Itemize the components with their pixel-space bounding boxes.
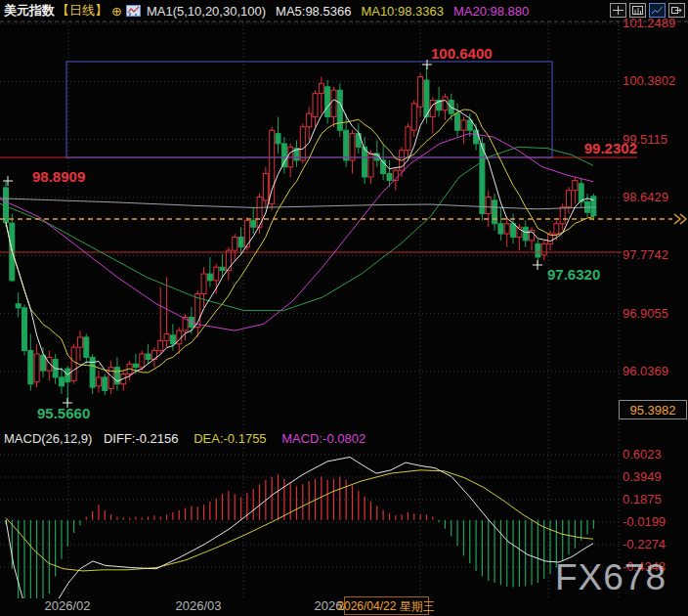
- candle-body: [498, 224, 503, 234]
- candle-body: [325, 87, 330, 117]
- macd-diff-value: DIFF:-0.2156: [104, 431, 179, 446]
- candle-body: [226, 250, 231, 270]
- candle-body: [158, 340, 163, 350]
- candle-body: [133, 364, 138, 367]
- trading-chart-window: 98.8909100.640099.230297.632095.5660101.…: [0, 0, 688, 616]
- candle-body: [337, 90, 342, 130]
- candle-body: [504, 224, 509, 234]
- candle-body: [313, 94, 318, 117]
- candle-body: [523, 227, 528, 241]
- candle-body: [480, 144, 485, 214]
- candle-body: [461, 120, 466, 130]
- period-label[interactable]: 【日线】: [57, 2, 108, 20]
- candle-body: [356, 134, 361, 148]
- candle-body: [47, 357, 52, 371]
- candle-body: [554, 224, 559, 234]
- ma20-value: MA20:98.880: [453, 4, 529, 19]
- candle-body: [443, 97, 448, 110]
- candle-body: [96, 377, 101, 386]
- candle-body: [276, 134, 280, 144]
- candle-body: [201, 274, 206, 293]
- candle-body: [541, 243, 546, 255]
- pan-move-icon[interactable]: [610, 3, 626, 18]
- macd-macd-value: MACD:-0.0802: [281, 431, 366, 446]
- candle-body: [350, 134, 355, 160]
- diff-line: [6, 457, 593, 616]
- candle-body: [214, 267, 219, 281]
- candle-body: [251, 220, 256, 227]
- candle-body: [344, 130, 349, 160]
- date-axis: 2026/022026/032026/042026/04/22 星期三: [45, 597, 435, 615]
- candle-body: [207, 274, 212, 281]
- price-arrow-icon: [674, 214, 686, 224]
- ma-config-label: MA1(5,10,20,30,100): [147, 4, 266, 19]
- macd-config-label: MACD(26,12,9): [4, 431, 92, 446]
- candle-body: [263, 174, 268, 200]
- candle-body: [467, 120, 472, 130]
- candle-body: [387, 174, 392, 181]
- ma5-value: MA5:98.5366: [276, 4, 351, 19]
- axis-tick-label: 101.2489: [623, 16, 675, 30]
- candle-body: [486, 198, 491, 214]
- candle-body: [270, 130, 275, 203]
- axis-tick-label: -0.4348: [623, 559, 666, 574]
- candle-body: [34, 354, 39, 382]
- macd-header: MACD(26,12,9) DIFF:-0.2156 DEA:-0.1755 M…: [4, 431, 366, 446]
- candle-body: [573, 180, 578, 190]
- candle-body: [164, 334, 169, 341]
- grid-lines: [0, 22, 688, 597]
- axis-tick-label: -0.2274: [623, 537, 666, 551]
- candle-body: [307, 113, 312, 127]
- ma10-value: MA10:98.3363: [361, 4, 444, 19]
- axis-tick-label: 0.6023: [623, 447, 662, 462]
- axis-tick-label: 96.9055: [623, 306, 668, 321]
- axis-tick-label: 0.1875: [623, 492, 662, 506]
- candle-body: [71, 347, 76, 380]
- ma5-line: [6, 100, 593, 381]
- dea-line: [6, 470, 593, 571]
- candle-body: [59, 377, 64, 386]
- candle-body: [567, 191, 572, 207]
- cursor-date-label: 2026/04/22 星期三: [337, 599, 434, 613]
- candle-body: [77, 337, 82, 347]
- candle-body: [455, 113, 460, 130]
- axis-tick-label: 0.3949: [623, 469, 662, 484]
- mini-chart-icon: [126, 5, 141, 17]
- candle-body: [140, 354, 145, 368]
- instrument-title: 美元指数: [4, 2, 55, 20]
- candle-body: [411, 104, 416, 130]
- min-price-label: 95.3982: [630, 403, 676, 418]
- candle-body: [233, 237, 237, 250]
- trend-line-tool-icon[interactable]: [649, 3, 666, 18]
- candle-body: [220, 267, 225, 270]
- candle-body: [511, 224, 516, 238]
- price-axis: 101.2489100.380299.511598.642997.774296.…: [620, 16, 687, 574]
- month-label: 2026/03: [176, 598, 222, 613]
- candle-body: [170, 335, 175, 344]
- expand-icon[interactable]: ⊕: [111, 4, 122, 19]
- macd-dea-value: DEA:-0.1755: [194, 431, 266, 446]
- candles-layer: [4, 65, 596, 404]
- price-annotations: 98.8909100.640099.230297.632095.5660: [3, 45, 637, 421]
- export-panel-icon[interactable]: [668, 3, 685, 18]
- candle-body: [300, 127, 305, 160]
- candle-body: [28, 351, 33, 384]
- indicator-pane-icon[interactable]: [629, 3, 646, 18]
- candle-body: [406, 127, 410, 151]
- candle-body: [65, 369, 70, 382]
- candle-body: [560, 207, 565, 224]
- macd-layer: [6, 457, 593, 616]
- candle-body: [536, 243, 540, 257]
- candle-body: [40, 355, 45, 371]
- extreme-price-label: 95.5660: [37, 405, 90, 421]
- candle-body: [281, 144, 286, 167]
- axis-tick-label: 100.3802: [623, 73, 675, 88]
- extreme-price-label: 98.8909: [32, 168, 85, 185]
- extreme-price-label: 100.6400: [431, 45, 493, 62]
- candle-body: [319, 83, 323, 93]
- candlestick-chart-canvas[interactable]: 98.8909100.640099.230297.632095.5660101.…: [0, 0, 688, 616]
- candle-body: [238, 237, 243, 246]
- candle-body: [103, 377, 108, 391]
- candle-body: [146, 354, 150, 359]
- candle-body: [84, 337, 89, 357]
